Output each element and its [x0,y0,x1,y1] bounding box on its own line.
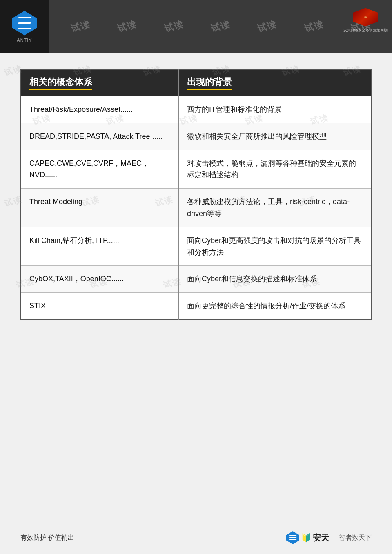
emblem-text: 将 [364,16,367,19]
table-header-row: 相关的概念体系 出现的背景 [21,70,371,96]
table-cell-col2-0: 西方的IT管理和标准化的背景 [178,96,371,123]
table-row: Threat Modeling各种威胁建模的方法论，工具，risk-centri… [21,189,371,227]
table-cell-col2-4: 面向Cyber和更高强度的攻击和对抗的场景的分析工具和分析方法 [178,227,371,266]
footer-brand-name: 🔰 [301,533,311,543]
logo-text: ANTIY [17,38,32,42]
col2-header-text: 出现的背景 [187,76,232,90]
table-cell-col2-2: 对攻击模式，脆弱点，漏洞等各种基础的安全元素的标定和描述结构 [178,150,371,189]
table-cell-col1-5: CybOX,TAXII，OpenIOC...... [21,266,178,293]
table-cell-col1-3: Threat Modeling [21,189,178,227]
table-cell-col2-1: 微软和相关安全厂商所推出的风险管理模型 [178,123,371,150]
table-cell-col2-6: 面向更完整的综合性的情报分析/作业/交换的体系 [178,293,371,320]
top-right-caption: 安天网络安全冬训营第四期 [343,28,388,33]
logo-diamond [12,11,37,36]
logo-lines [16,15,33,31]
main-content: 试读 试读 试读 试读 试读 试读 试读 试读 试读 试读 试读 试读 试读 试… [0,53,392,336]
footer-brand-chinese: 安天 [313,532,329,543]
logo-line-3 [18,28,31,29]
logo-line-1 [18,17,31,18]
footer-right: 🔰 安天 智者数天下 [286,531,372,544]
table-row: Threat/Risk/Exposure/Asset......西方的IT管理和… [21,96,371,123]
table-cell-col2-5: 面向Cyber和信息交换的描述和标准体系 [178,266,371,293]
header: ANTIY 试读 试读 试读 试读 试读 试读 试读 将 安天网络安全冬训营第四… [0,0,392,53]
col1-header-text: 相关的概念体系 [29,76,92,90]
footer-brand-text: 安天 [313,533,329,542]
table-cell-col1-2: CAPEC,CWE,CVE,CVRF，MAEC，NVD...... [21,150,178,189]
table-cell-col1-0: Threat/Risk/Exposure/Asset...... [21,96,178,123]
table-row: CybOX,TAXII，OpenIOC......面向Cyber和信息交换的描述… [21,266,371,293]
logo-line-2 [18,22,31,24]
header-wm-3: 试读 [163,18,185,35]
footer-divider [334,532,334,543]
logo-area: ANTIY [0,0,49,53]
header-wm-5: 试读 [256,18,278,35]
table-row: Kill Chain,钻石分析,TTP......面向Cyber和更高强度的攻击… [21,227,371,266]
footer: 有效防护 价值输出 🔰 安天 智者数天下 [0,521,392,554]
header-watermarks: 试读 试读 试读 试读 试读 试读 试读 [49,0,392,53]
table-row: DREAD,STRIDE,PASTA, Attack Tree......微软和… [21,123,371,150]
table-cell-col1-4: Kill Chain,钻石分析,TTP...... [21,227,178,266]
table-cell-col1-6: STIX [21,293,178,320]
col1-header: 相关的概念体系 [21,70,178,96]
top-right-logo: 将 安天网络安全冬训营第四期 [345,4,386,37]
footer-logo-brand: 🔰 安天 [286,531,329,544]
top-right-emblem: 将 [353,8,378,27]
table-row: CAPEC,CWE,CVE,CVRF，MAEC，NVD......对攻击模式，脆… [21,150,371,189]
footer-antiy-icon [286,531,299,544]
footer-slogan: 智者数天下 [339,534,372,542]
table-cell-col1-1: DREAD,STRIDE,PASTA, Attack Tree...... [21,123,178,150]
header-wm-4: 试读 [209,18,232,35]
col2-header: 出现的背景 [178,70,371,96]
header-wm-1: 试读 [69,18,91,35]
footer-left-text: 有效防护 价值输出 [20,534,74,542]
table-row: STIX面向更完整的综合性的情报分析/作业/交换的体系 [21,293,371,320]
table-cell-col2-3: 各种威胁建模的方法论，工具，risk-centric，data-driven等等 [178,189,371,227]
footer-antiy-lines [289,535,296,540]
concept-table: 相关的概念体系 出现的背景 Threat/Risk/Exposure/Asset… [20,69,372,320]
header-wm-2: 试读 [116,18,138,35]
header-wm-6: 试读 [303,18,325,35]
